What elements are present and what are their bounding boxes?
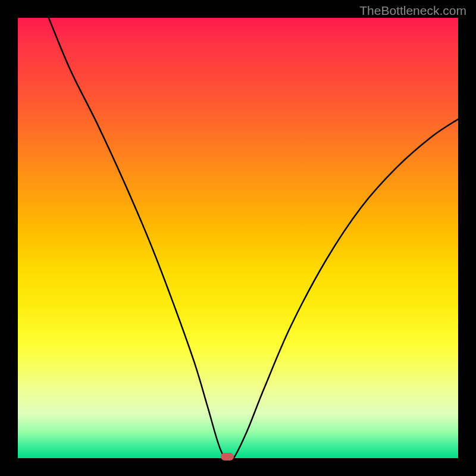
- curve-svg: [18, 18, 458, 458]
- optimal-marker: [221, 453, 234, 461]
- chart-container: TheBottleneck.com: [0, 0, 476, 476]
- bottleneck-curve: [49, 18, 458, 458]
- watermark-text: TheBottleneck.com: [359, 4, 466, 18]
- plot-area: [18, 18, 458, 458]
